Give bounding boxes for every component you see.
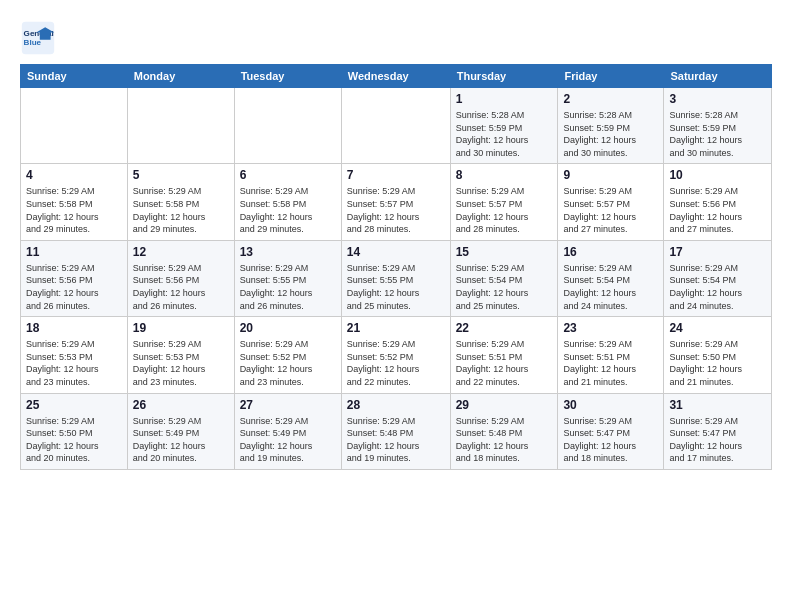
calendar-cell: 1Sunrise: 5:28 AM Sunset: 5:59 PM Daylig… [450, 88, 558, 164]
day-number: 27 [240, 398, 336, 412]
day-number: 14 [347, 245, 445, 259]
calendar-cell: 9Sunrise: 5:29 AM Sunset: 5:57 PM Daylig… [558, 164, 664, 240]
calendar-cell: 11Sunrise: 5:29 AM Sunset: 5:56 PM Dayli… [21, 240, 128, 316]
day-info: Sunrise: 5:29 AM Sunset: 5:58 PM Dayligh… [240, 185, 336, 235]
day-number: 1 [456, 92, 553, 106]
day-number: 9 [563, 168, 658, 182]
day-info: Sunrise: 5:29 AM Sunset: 5:56 PM Dayligh… [26, 262, 122, 312]
day-number: 12 [133, 245, 229, 259]
calendar-cell: 23Sunrise: 5:29 AM Sunset: 5:51 PM Dayli… [558, 317, 664, 393]
day-number: 7 [347, 168, 445, 182]
calendar-cell: 4Sunrise: 5:29 AM Sunset: 5:58 PM Daylig… [21, 164, 128, 240]
calendar-cell [127, 88, 234, 164]
day-number: 11 [26, 245, 122, 259]
calendar-cell: 19Sunrise: 5:29 AM Sunset: 5:53 PM Dayli… [127, 317, 234, 393]
day-info: Sunrise: 5:29 AM Sunset: 5:54 PM Dayligh… [669, 262, 766, 312]
day-info: Sunrise: 5:28 AM Sunset: 5:59 PM Dayligh… [669, 109, 766, 159]
calendar-cell: 30Sunrise: 5:29 AM Sunset: 5:47 PM Dayli… [558, 393, 664, 469]
day-number: 6 [240, 168, 336, 182]
calendar-cell: 10Sunrise: 5:29 AM Sunset: 5:56 PM Dayli… [664, 164, 772, 240]
calendar-cell: 5Sunrise: 5:29 AM Sunset: 5:58 PM Daylig… [127, 164, 234, 240]
week-row-3: 11Sunrise: 5:29 AM Sunset: 5:56 PM Dayli… [21, 240, 772, 316]
logo-icon: General Blue [20, 20, 56, 56]
day-number: 15 [456, 245, 553, 259]
calendar-cell: 16Sunrise: 5:29 AM Sunset: 5:54 PM Dayli… [558, 240, 664, 316]
week-row-5: 25Sunrise: 5:29 AM Sunset: 5:50 PM Dayli… [21, 393, 772, 469]
header-saturday: Saturday [664, 65, 772, 88]
day-info: Sunrise: 5:29 AM Sunset: 5:50 PM Dayligh… [669, 338, 766, 388]
day-info: Sunrise: 5:29 AM Sunset: 5:50 PM Dayligh… [26, 415, 122, 465]
header-wednesday: Wednesday [341, 65, 450, 88]
day-number: 8 [456, 168, 553, 182]
day-number: 23 [563, 321, 658, 335]
day-info: Sunrise: 5:29 AM Sunset: 5:51 PM Dayligh… [456, 338, 553, 388]
calendar-cell: 28Sunrise: 5:29 AM Sunset: 5:48 PM Dayli… [341, 393, 450, 469]
day-info: Sunrise: 5:29 AM Sunset: 5:56 PM Dayligh… [133, 262, 229, 312]
day-number: 4 [26, 168, 122, 182]
calendar-cell: 22Sunrise: 5:29 AM Sunset: 5:51 PM Dayli… [450, 317, 558, 393]
day-number: 5 [133, 168, 229, 182]
calendar-cell: 29Sunrise: 5:29 AM Sunset: 5:48 PM Dayli… [450, 393, 558, 469]
calendar-cell: 6Sunrise: 5:29 AM Sunset: 5:58 PM Daylig… [234, 164, 341, 240]
day-number: 22 [456, 321, 553, 335]
calendar-cell [21, 88, 128, 164]
day-number: 16 [563, 245, 658, 259]
day-number: 20 [240, 321, 336, 335]
day-info: Sunrise: 5:29 AM Sunset: 5:57 PM Dayligh… [347, 185, 445, 235]
day-info: Sunrise: 5:28 AM Sunset: 5:59 PM Dayligh… [563, 109, 658, 159]
header-row: SundayMondayTuesdayWednesdayThursdayFrid… [21, 65, 772, 88]
header-tuesday: Tuesday [234, 65, 341, 88]
day-info: Sunrise: 5:29 AM Sunset: 5:58 PM Dayligh… [133, 185, 229, 235]
day-info: Sunrise: 5:29 AM Sunset: 5:57 PM Dayligh… [456, 185, 553, 235]
day-info: Sunrise: 5:28 AM Sunset: 5:59 PM Dayligh… [456, 109, 553, 159]
calendar-cell: 2Sunrise: 5:28 AM Sunset: 5:59 PM Daylig… [558, 88, 664, 164]
day-info: Sunrise: 5:29 AM Sunset: 5:55 PM Dayligh… [347, 262, 445, 312]
day-number: 25 [26, 398, 122, 412]
calendar-table: SundayMondayTuesdayWednesdayThursdayFrid… [20, 64, 772, 470]
day-info: Sunrise: 5:29 AM Sunset: 5:55 PM Dayligh… [240, 262, 336, 312]
header-friday: Friday [558, 65, 664, 88]
day-info: Sunrise: 5:29 AM Sunset: 5:53 PM Dayligh… [26, 338, 122, 388]
day-info: Sunrise: 5:29 AM Sunset: 5:54 PM Dayligh… [563, 262, 658, 312]
day-number: 31 [669, 398, 766, 412]
header-thursday: Thursday [450, 65, 558, 88]
svg-text:Blue: Blue [24, 38, 42, 47]
day-info: Sunrise: 5:29 AM Sunset: 5:47 PM Dayligh… [669, 415, 766, 465]
calendar-cell: 27Sunrise: 5:29 AM Sunset: 5:49 PM Dayli… [234, 393, 341, 469]
calendar-header: SundayMondayTuesdayWednesdayThursdayFrid… [21, 65, 772, 88]
calendar-cell [341, 88, 450, 164]
calendar-cell: 20Sunrise: 5:29 AM Sunset: 5:52 PM Dayli… [234, 317, 341, 393]
calendar-cell: 26Sunrise: 5:29 AM Sunset: 5:49 PM Dayli… [127, 393, 234, 469]
calendar-cell: 7Sunrise: 5:29 AM Sunset: 5:57 PM Daylig… [341, 164, 450, 240]
calendar-cell: 21Sunrise: 5:29 AM Sunset: 5:52 PM Dayli… [341, 317, 450, 393]
calendar-cell: 12Sunrise: 5:29 AM Sunset: 5:56 PM Dayli… [127, 240, 234, 316]
calendar-cell: 25Sunrise: 5:29 AM Sunset: 5:50 PM Dayli… [21, 393, 128, 469]
calendar-cell [234, 88, 341, 164]
day-number: 24 [669, 321, 766, 335]
day-info: Sunrise: 5:29 AM Sunset: 5:53 PM Dayligh… [133, 338, 229, 388]
day-number: 3 [669, 92, 766, 106]
calendar-cell: 17Sunrise: 5:29 AM Sunset: 5:54 PM Dayli… [664, 240, 772, 316]
day-number: 2 [563, 92, 658, 106]
day-info: Sunrise: 5:29 AM Sunset: 5:47 PM Dayligh… [563, 415, 658, 465]
calendar-cell: 8Sunrise: 5:29 AM Sunset: 5:57 PM Daylig… [450, 164, 558, 240]
header-sunday: Sunday [21, 65, 128, 88]
calendar-cell: 13Sunrise: 5:29 AM Sunset: 5:55 PM Dayli… [234, 240, 341, 316]
week-row-4: 18Sunrise: 5:29 AM Sunset: 5:53 PM Dayli… [21, 317, 772, 393]
calendar-cell: 14Sunrise: 5:29 AM Sunset: 5:55 PM Dayli… [341, 240, 450, 316]
day-number: 26 [133, 398, 229, 412]
day-info: Sunrise: 5:29 AM Sunset: 5:52 PM Dayligh… [347, 338, 445, 388]
day-info: Sunrise: 5:29 AM Sunset: 5:57 PM Dayligh… [563, 185, 658, 235]
day-info: Sunrise: 5:29 AM Sunset: 5:52 PM Dayligh… [240, 338, 336, 388]
day-info: Sunrise: 5:29 AM Sunset: 5:54 PM Dayligh… [456, 262, 553, 312]
day-number: 13 [240, 245, 336, 259]
calendar-cell: 31Sunrise: 5:29 AM Sunset: 5:47 PM Dayli… [664, 393, 772, 469]
day-number: 28 [347, 398, 445, 412]
calendar-body: 1Sunrise: 5:28 AM Sunset: 5:59 PM Daylig… [21, 88, 772, 470]
week-row-2: 4Sunrise: 5:29 AM Sunset: 5:58 PM Daylig… [21, 164, 772, 240]
day-info: Sunrise: 5:29 AM Sunset: 5:56 PM Dayligh… [669, 185, 766, 235]
day-info: Sunrise: 5:29 AM Sunset: 5:51 PM Dayligh… [563, 338, 658, 388]
logo: General Blue [20, 20, 60, 56]
day-number: 21 [347, 321, 445, 335]
day-number: 19 [133, 321, 229, 335]
